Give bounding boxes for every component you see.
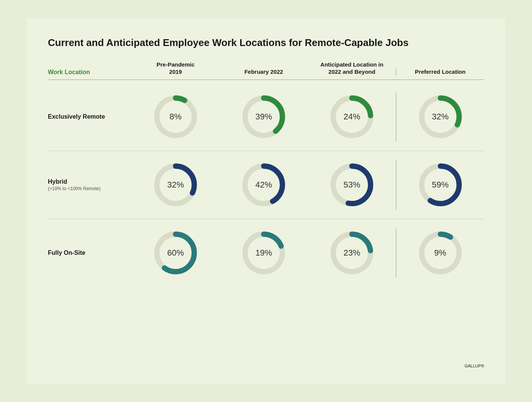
table-row-onsite: Fully On-Site 60% 19% — [48, 219, 484, 287]
donut-cell-hybrid-preferred: 59% — [396, 160, 484, 210]
donut-label-onsite-feb22: 19% — [255, 248, 272, 258]
donut-label-onsite-pre: 60% — [167, 248, 184, 258]
row-label-onsite: Fully On-Site — [48, 249, 131, 256]
donut-cell-remote-anticipated: 24% — [308, 92, 396, 141]
col-header-anticipated: Anticipated Location in2022 and Beyond — [308, 61, 396, 76]
donut-remote-preferred: 32% — [416, 92, 465, 141]
donut-label-hybrid-pre: 32% — [167, 180, 184, 190]
col-header-preferred: Preferred Location — [396, 68, 484, 76]
data-table: Work Location Pre-Pandemic2019 February … — [48, 61, 484, 287]
donut-cell-hybrid-feb22: 42% — [220, 160, 308, 210]
table-row-hybrid: Hybrid (>10% to <100% Remote) 32% — [48, 151, 484, 219]
donut-onsite-pre: 60% — [151, 228, 200, 278]
donut-remote-anticipated: 24% — [327, 92, 377, 141]
donut-hybrid-feb22: 42% — [239, 160, 288, 210]
donut-label-hybrid-anticipated: 53% — [344, 180, 360, 190]
col-header-feb2022: February 2022 — [220, 68, 308, 76]
row-label-exclusively-remote: Exclusively Remote — [48, 113, 131, 120]
donut-label-onsite-preferred: 9% — [434, 248, 446, 258]
donut-onsite-feb22: 19% — [239, 228, 288, 278]
table-header: Work Location Pre-Pandemic2019 February … — [48, 61, 484, 80]
gallup-logo: GALLUP® — [464, 364, 484, 372]
donut-cell-onsite-feb22: 19% — [220, 228, 308, 278]
col-header-pre-pandemic: Pre-Pandemic2019 — [131, 61, 220, 76]
donut-label-remote-feb22: 39% — [255, 112, 272, 122]
donut-label-hybrid-feb22: 42% — [255, 180, 272, 190]
main-card: Current and Anticipated Employee Work Lo… — [27, 19, 505, 384]
donut-hybrid-pre: 32% — [151, 160, 200, 210]
col-header-work-location: Work Location — [48, 69, 131, 76]
donut-remote-feb22: 39% — [239, 92, 288, 141]
donut-cell-remote-pre: 8% — [131, 92, 220, 141]
donut-remote-pre: 8% — [151, 92, 200, 141]
donut-cell-onsite-preferred: 9% — [396, 228, 484, 278]
donut-cell-remote-preferred: 32% — [396, 92, 484, 141]
donut-cell-remote-feb22: 39% — [220, 92, 308, 141]
donut-hybrid-preferred: 59% — [416, 160, 465, 210]
donut-cell-onsite-anticipated: 23% — [308, 228, 396, 278]
donut-cell-hybrid-anticipated: 53% — [308, 160, 396, 210]
donut-label-onsite-anticipated: 23% — [344, 248, 360, 258]
row-label-hybrid: Hybrid (>10% to <100% Remote) — [48, 178, 131, 191]
donut-cell-onsite-pre: 60% — [131, 228, 220, 278]
donut-label-remote-anticipated: 24% — [344, 112, 360, 122]
donut-hybrid-anticipated: 53% — [327, 160, 377, 210]
donut-onsite-anticipated: 23% — [327, 228, 377, 278]
page-title: Current and Anticipated Employee Work Lo… — [48, 37, 484, 49]
donut-label-remote-pre: 8% — [169, 112, 182, 122]
donut-label-remote-preferred: 32% — [432, 112, 448, 122]
donut-cell-hybrid-pre: 32% — [131, 160, 220, 210]
table-row-exclusively-remote: Exclusively Remote 8% 39% — [48, 83, 484, 151]
donut-label-hybrid-preferred: 59% — [432, 180, 448, 190]
donut-onsite-preferred: 9% — [416, 228, 465, 278]
